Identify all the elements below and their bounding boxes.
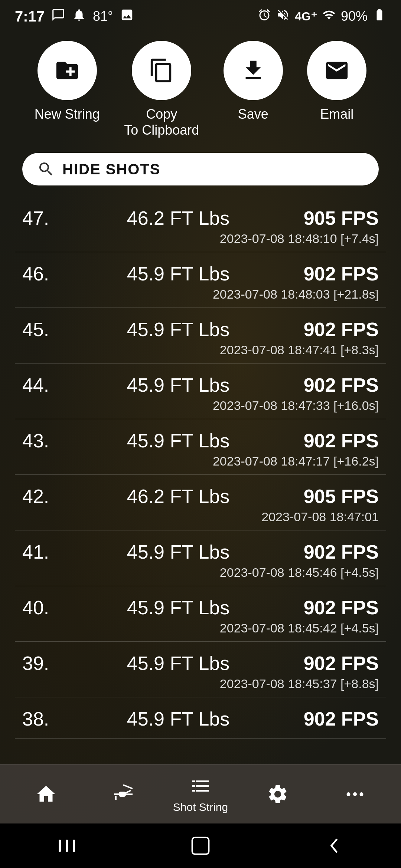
shot-fps: 902 FPS — [297, 541, 379, 563]
shot-item-39[interactable]: 39. 45.9 FT Lbs 902 FPS 2023-07-08 18:45… — [15, 642, 386, 697]
svg-line-1 — [123, 785, 133, 789]
shot-fps: 902 FPS — [297, 708, 379, 730]
nav-rifle[interactable] — [85, 783, 162, 805]
shot-timestamp: 2023-07-08 18:48:10 [+7.4s] — [22, 231, 379, 246]
shot-energy: 45.9 FT Lbs — [59, 374, 297, 396]
shot-number: 39. — [22, 652, 59, 674]
save-button[interactable]: Save — [224, 41, 283, 122]
new-string-label: New String — [35, 106, 100, 122]
shot-timestamp: 2023-07-08 18:47:01 — [22, 510, 379, 524]
action-row: New String CopyTo Clipboard Save — [0, 30, 401, 145]
shot-fps: 902 FPS — [297, 652, 379, 674]
svg-rect-10 — [66, 840, 68, 852]
shot-energy: 45.9 FT Lbs — [59, 430, 297, 452]
shot-number: 47. — [22, 207, 59, 229]
home-icon — [35, 783, 57, 805]
list-icon — [189, 775, 212, 797]
nav-settings[interactable] — [239, 783, 316, 805]
new-string-button[interactable]: New String — [35, 41, 100, 122]
battery-icon — [373, 8, 386, 25]
shot-item-44[interactable]: 44. 45.9 FT Lbs 902 FPS 2023-07-08 18:47… — [15, 364, 386, 419]
shot-energy: 45.9 FT Lbs — [59, 708, 297, 730]
shot-fps: 902 FPS — [297, 318, 379, 341]
svg-rect-9 — [59, 840, 61, 852]
signal-bars-icon — [322, 8, 336, 25]
search-icon — [37, 160, 55, 178]
recents-icon — [56, 838, 78, 854]
shot-number: 42. — [22, 485, 59, 507]
gear-icon — [267, 783, 289, 805]
shot-item-40[interactable]: 40. 45.9 FT Lbs 902 FPS 2023-07-08 18:45… — [15, 586, 386, 642]
battery-display: 90% — [341, 9, 368, 24]
back-icon — [323, 835, 345, 857]
shot-timestamp: 2023-07-08 18:48:03 [+21.8s] — [22, 287, 379, 302]
shot-energy: 45.9 FT Lbs — [59, 263, 297, 285]
nav-home[interactable] — [7, 783, 85, 805]
svg-rect-4 — [120, 792, 125, 796]
shot-item-43[interactable]: 43. 45.9 FT Lbs 902 FPS 2023-07-08 18:47… — [15, 419, 386, 475]
email-circle[interactable] — [307, 41, 366, 100]
shot-item-46[interactable]: 46. 45.9 FT Lbs 902 FPS 2023-07-08 18:48… — [15, 252, 386, 308]
svg-point-7 — [353, 792, 357, 796]
shot-energy: 46.2 FT Lbs — [59, 485, 297, 507]
email-label: Email — [320, 106, 353, 122]
image-icon — [120, 8, 134, 25]
shot-fps: 905 FPS — [297, 207, 379, 229]
email-button[interactable]: Email — [307, 41, 366, 122]
signal-icon: 4G⁺ — [295, 9, 317, 23]
shot-timestamp: 2023-07-08 18:45:42 [+4.5s] — [22, 621, 379, 635]
svg-rect-12 — [192, 838, 209, 854]
shot-energy: 45.9 FT Lbs — [59, 596, 297, 619]
nav-shot-string[interactable]: Shot String — [162, 775, 239, 813]
shot-fps: 905 FPS — [297, 485, 379, 507]
copy-circle[interactable] — [132, 41, 191, 100]
shot-timestamp: 2023-07-08 18:47:33 [+16.0s] — [22, 398, 379, 413]
nav-more[interactable] — [316, 783, 394, 805]
more-icon — [344, 783, 366, 805]
shot-string-label: Shot String — [173, 801, 228, 813]
notification-icon — [72, 8, 86, 25]
status-bar: 7:17 81° — [0, 0, 401, 30]
shot-item-38[interactable]: 38. 45.9 FT Lbs 902 FPS — [15, 697, 386, 739]
shot-timestamp: 2023-07-08 18:45:37 [+8.8s] — [22, 677, 379, 691]
copy-clipboard-button[interactable]: CopyTo Clipboard — [124, 41, 199, 138]
shot-item-41[interactable]: 41. 45.9 FT Lbs 902 FPS 2023-07-08 18:45… — [15, 530, 386, 586]
shot-timestamp: 2023-07-08 18:47:41 [+8.3s] — [22, 343, 379, 357]
hide-shots-label: HIDE SHOTS — [62, 161, 160, 178]
shot-fps: 902 FPS — [297, 263, 379, 285]
android-home[interactable] — [189, 835, 212, 857]
shot-timestamp: 2023-07-08 18:45:46 [+4.5s] — [22, 565, 379, 580]
status-time: 7:17 — [15, 8, 45, 25]
alarm-icon — [258, 8, 271, 25]
download-icon — [240, 57, 266, 83]
shot-energy: 45.9 FT Lbs — [59, 652, 297, 674]
shot-list: 47. 46.2 FT Lbs 905 FPS 2023-07-08 18:48… — [0, 197, 401, 764]
shot-energy: 45.9 FT Lbs — [59, 541, 297, 563]
rifle-icon — [112, 783, 134, 805]
shot-item-42[interactable]: 42. 46.2 FT Lbs 905 FPS 2023-07-08 18:47… — [15, 475, 386, 530]
copy-label: CopyTo Clipboard — [124, 106, 199, 138]
android-recents[interactable] — [56, 838, 78, 854]
shot-number: 38. — [22, 708, 59, 730]
android-back[interactable] — [323, 835, 345, 857]
android-home-icon — [189, 835, 212, 857]
new-string-circle[interactable] — [38, 41, 97, 100]
mute-icon — [276, 8, 290, 25]
shot-number: 44. — [22, 374, 59, 396]
hide-shots-bar[interactable]: HIDE SHOTS — [22, 153, 379, 185]
shot-item-45[interactable]: 45. 45.9 FT Lbs 902 FPS 2023-07-08 18:47… — [15, 308, 386, 364]
shot-item-47[interactable]: 47. 46.2 FT Lbs 905 FPS 2023-07-08 18:48… — [15, 197, 386, 252]
copy-icon — [149, 57, 175, 83]
bottom-nav: Shot String — [0, 764, 401, 823]
shot-fps: 902 FPS — [297, 430, 379, 452]
shot-energy: 45.9 FT Lbs — [59, 318, 297, 341]
shot-fps: 902 FPS — [297, 374, 379, 396]
shot-fps: 902 FPS — [297, 596, 379, 619]
shot-energy: 46.2 FT Lbs — [59, 207, 297, 229]
svg-point-6 — [347, 792, 351, 796]
save-circle[interactable] — [224, 41, 283, 100]
shot-number: 43. — [22, 430, 59, 452]
folder-plus-icon — [54, 57, 80, 83]
shot-timestamp: 2023-07-08 18:47:17 [+16.2s] — [22, 454, 379, 468]
save-label: Save — [238, 106, 268, 122]
